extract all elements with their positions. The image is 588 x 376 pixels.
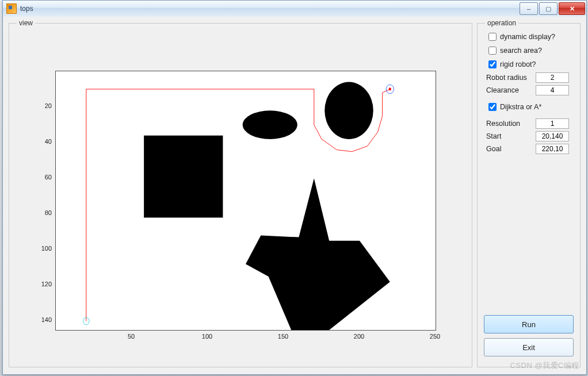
clearance-input[interactable] (536, 85, 569, 95)
minimize-button[interactable]: – (520, 2, 538, 15)
rigid-robot-label: rigid robot? (500, 60, 536, 68)
ytick: 60 (29, 174, 52, 181)
robot-radius-label: Robot radius (486, 74, 536, 82)
dijkstra-checkbox[interactable] (488, 103, 497, 111)
window-controls: – ▢ ✕ (520, 2, 586, 15)
xtick: 100 (196, 333, 219, 340)
start-row: Start (486, 131, 575, 141)
client-area: view 20 40 60 80 100 120 140 50 100 150 … (3, 17, 586, 374)
resolution-input[interactable] (536, 118, 569, 129)
operation-legend: operation (485, 19, 518, 27)
xtick: 200 (348, 333, 371, 340)
axes[interactable] (55, 71, 436, 331)
ytick: 140 (29, 316, 52, 323)
run-button[interactable]: Run (484, 315, 574, 333)
ytick: 120 (29, 281, 52, 287)
checkbox-dynamic-display[interactable]: dynamic display? (486, 31, 575, 43)
matlab-icon (6, 3, 17, 14)
checkbox-search-area[interactable]: search area? (486, 45, 575, 56)
maximize-button[interactable]: ▢ (539, 2, 558, 15)
close-button[interactable]: ✕ (559, 2, 585, 15)
ytick: 40 (29, 138, 52, 145)
xtick: 250 (423, 333, 446, 340)
start-label: Start (486, 132, 536, 140)
plot-area: 20 40 60 80 100 120 140 50 100 150 200 2… (25, 71, 451, 364)
start-input[interactable] (536, 131, 569, 141)
robot-radius-row: Robot radius (486, 72, 575, 83)
clearance-label: Clearance (486, 86, 536, 94)
svg-point-1 (243, 110, 297, 139)
goal-input[interactable] (536, 144, 569, 154)
resolution-row: Resolution (486, 118, 575, 129)
view-legend: view (17, 19, 35, 27)
checkbox-dijkstra[interactable]: Dijkstra or A* (486, 101, 575, 113)
dynamic-display-label: dynamic display? (500, 33, 555, 41)
goal-label: Goal (486, 145, 536, 153)
search-area-checkbox[interactable] (488, 47, 497, 55)
ytick: 20 (29, 102, 52, 109)
xtick: 150 (272, 333, 295, 340)
titlebar[interactable]: tops – ▢ ✕ (3, 1, 586, 17)
app-window: tops – ▢ ✕ view 20 40 60 80 100 120 140 (2, 0, 587, 375)
window-title: tops (20, 5, 33, 13)
map-canvas (56, 71, 436, 330)
xtick: 50 (120, 333, 143, 340)
svg-point-6 (389, 88, 391, 91)
ytick: 80 (29, 209, 52, 216)
view-panel: view 20 40 60 80 100 120 140 50 100 150 … (9, 19, 472, 367)
svg-rect-0 (144, 136, 223, 218)
goal-row: Goal (486, 144, 575, 154)
rigid-robot-checkbox[interactable] (488, 60, 497, 68)
operation-panel: operation dynamic display? search area? … (477, 19, 581, 367)
svg-marker-3 (246, 178, 390, 330)
exit-button[interactable]: Exit (484, 338, 574, 356)
svg-point-2 (324, 82, 373, 139)
clearance-row: Clearance (486, 85, 575, 95)
resolution-label: Resolution (486, 120, 536, 128)
dijkstra-label: Dijkstra or A* (500, 103, 541, 111)
dynamic-display-checkbox[interactable] (488, 33, 497, 41)
search-area-label: search area? (500, 47, 542, 55)
ytick: 100 (29, 245, 52, 252)
checkbox-rigid-robot[interactable]: rigid robot? (486, 59, 575, 70)
robot-radius-input[interactable] (536, 72, 569, 83)
